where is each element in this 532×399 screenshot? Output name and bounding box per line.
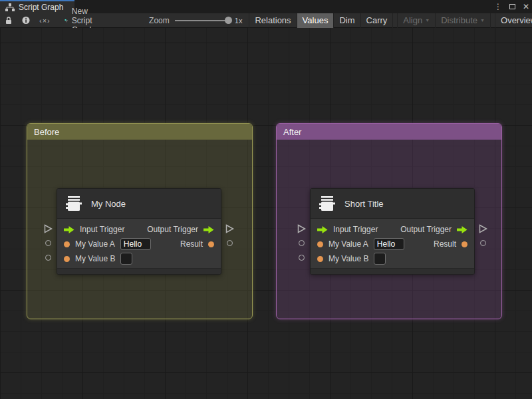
node-footer — [311, 268, 474, 274]
script-graph-window: Script Graph ⋮ ✕ ‹×› — [0, 0, 532, 399]
dim-button[interactable]: Dim — [333, 13, 360, 28]
values-button[interactable]: Values — [297, 13, 334, 28]
toolbar-buttons: Relations Values Dim Carry Align ▼ Distr… — [249, 13, 532, 28]
trigger-input-port[interactable] — [297, 224, 306, 233]
input-trigger-label: Input Trigger — [80, 225, 124, 234]
group-title: After — [283, 127, 301, 137]
toolbar-separator — [392, 13, 397, 28]
zoom-value: 1x — [235, 17, 243, 25]
output-trigger-label: Output Trigger — [400, 225, 452, 234]
value-port-icon — [64, 241, 70, 247]
trigger-arrow-icon — [457, 225, 467, 234]
align-label: Align — [403, 15, 422, 25]
trigger-output-port[interactable] — [479, 224, 487, 233]
lock-button[interactable] — [0, 13, 17, 28]
output-trigger-label: Output Trigger — [147, 225, 198, 234]
value-b-port[interactable] — [45, 255, 51, 261]
node-body: Input Trigger Output Trigger My Valu — [311, 219, 474, 268]
value-port-icon — [317, 241, 323, 247]
distribute-dropdown[interactable]: Distribute ▼ — [435, 13, 490, 28]
value-a-row: My Value A Result — [57, 237, 221, 251]
trigger-arrow-icon — [203, 225, 214, 234]
toolbar-separator — [490, 13, 495, 28]
node-short-title[interactable]: Short Title Input Trigger Output Trigger — [310, 188, 475, 275]
value-b-label: My Value B — [75, 254, 115, 263]
zoom-label: Zoom — [149, 16, 170, 25]
value-port-icon — [208, 241, 214, 247]
trigger-row: Input Trigger Output Trigger — [311, 222, 474, 237]
unit-node-icon — [319, 194, 337, 213]
trigger-row: Input Trigger Output Trigger — [57, 222, 221, 237]
group-before-header[interactable]: Before — [27, 124, 252, 140]
result-port[interactable] — [227, 240, 233, 246]
trigger-input-port[interactable] — [44, 224, 53, 233]
value-b-port[interactable] — [299, 255, 305, 261]
group-after-header[interactable]: After — [277, 124, 501, 140]
value-port-icon — [64, 256, 70, 262]
code-preview-button[interactable]: ‹×› — [35, 13, 55, 28]
align-dropdown[interactable]: Align ▼ — [397, 13, 435, 28]
value-b-input[interactable] — [120, 253, 132, 265]
inspect-button[interactable] — [17, 13, 35, 28]
maximize-icon[interactable] — [508, 4, 516, 9]
distribute-label: Distribute — [441, 15, 477, 25]
node-title: My Node — [91, 199, 126, 209]
toolbar: ‹×› New Script Graph Zoom 1x Relations V… — [0, 13, 532, 28]
trigger-arrow-icon — [64, 225, 74, 234]
result-label: Result — [434, 239, 456, 249]
value-a-label: My Value A — [329, 239, 368, 249]
chevron-down-icon: ▼ — [480, 18, 485, 23]
value-a-port[interactable] — [299, 240, 305, 246]
node-my-node[interactable]: My Node Input Trigger Output Trigger — [57, 188, 221, 275]
value-a-row: My Value A Result — [311, 237, 474, 251]
value-b-label: My Value B — [329, 254, 368, 263]
input-trigger-label: Input Trigger — [333, 225, 378, 234]
value-a-input[interactable] — [374, 238, 404, 250]
node-header[interactable]: Short Title — [311, 189, 474, 219]
value-a-input[interactable] — [120, 238, 151, 250]
value-b-row: My Value B — [57, 251, 221, 266]
trigger-arrow-icon — [317, 225, 328, 234]
overview-button[interactable]: Overview — [495, 13, 532, 28]
node-footer — [57, 268, 221, 274]
close-icon[interactable]: ✕ — [522, 3, 530, 11]
graph-canvas[interactable]: Before After — [0, 28, 532, 399]
node-box[interactable]: Short Title Input Trigger Output Trigger — [310, 188, 475, 275]
trigger-output-port[interactable] — [225, 224, 234, 233]
result-port[interactable] — [480, 240, 486, 246]
carry-button[interactable]: Carry — [360, 13, 393, 28]
value-b-row: My Value B — [311, 251, 474, 266]
node-header[interactable]: My Node — [57, 189, 221, 219]
value-a-label: My Value A — [75, 239, 115, 249]
result-label: Result — [180, 239, 203, 249]
zoom-slider-handle[interactable] — [225, 17, 232, 24]
info-icon — [22, 16, 30, 25]
script-graph-icon — [65, 17, 68, 25]
node-body: Input Trigger Output Trigger My Valu — [57, 219, 221, 268]
relations-button[interactable]: Relations — [249, 13, 296, 28]
chevron-down-icon: ▼ — [425, 18, 430, 23]
group-title: Before — [34, 127, 59, 137]
value-a-port[interactable] — [45, 240, 51, 246]
value-port-icon — [462, 241, 467, 247]
menu-icon[interactable]: ⋮ — [494, 3, 502, 11]
zoom-control: Zoom 1x — [149, 16, 242, 25]
zoom-slider[interactable] — [175, 20, 229, 21]
window-controls: ⋮ ✕ — [494, 0, 530, 13]
lock-icon — [5, 16, 13, 25]
node-title: Short Title — [344, 199, 384, 209]
value-b-input[interactable] — [374, 253, 386, 265]
unit-node-icon — [65, 194, 84, 213]
graph-hierarchy-icon — [5, 3, 15, 11]
value-port-icon — [317, 256, 323, 262]
node-box[interactable]: My Node Input Trigger Output Trigger — [57, 188, 221, 275]
